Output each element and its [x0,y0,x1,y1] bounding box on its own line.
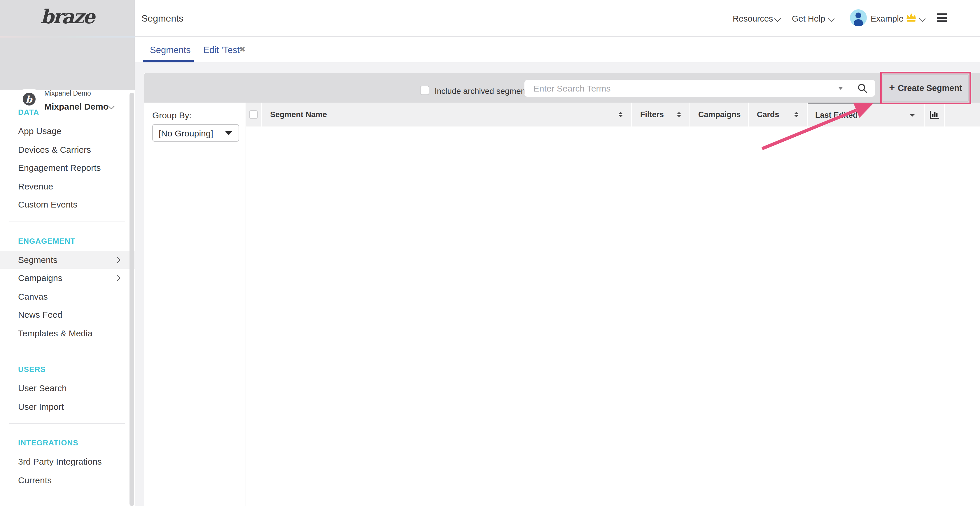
column-header-filters[interactable]: Filters [632,103,689,126]
include-archived-label: Include archived segments [434,86,532,95]
sidebar-section-integrations: INTEGRATIONS [18,438,134,447]
sidebar-item-label: Campaigns [18,273,62,283]
column-label: Segment Name [270,110,327,119]
crown-icon [905,12,917,22]
sort-icon[interactable] [676,112,681,117]
group-by-value: [No Grouping] [153,128,213,138]
table-header-row: Segment Name Filters Campaigns Cards Las… [246,103,980,126]
close-icon[interactable]: ✖ [239,45,246,54]
sidebar-scrollbar[interactable] [129,93,134,506]
column-label: Last Edited [815,111,858,120]
column-header-analytics[interactable] [924,103,944,126]
sidebar-divider [10,221,124,222]
sidebar: braze b Mixpanel Demo Mixpanel Demo DATA… [0,0,134,506]
active-tab-underline [143,60,193,62]
sidebar-item-news-feed[interactable]: News Feed [0,306,134,324]
caret-down-icon [225,131,232,135]
sidebar-divider [10,423,124,424]
sidebar-item-3rd-party-integrations[interactable]: 3rd Party Integrations [0,452,134,471]
sort-icon[interactable] [794,112,799,117]
tab-segments[interactable]: Segments [150,45,191,56]
annotation-rect [880,71,971,104]
search-box [524,80,875,97]
workspace-switcher[interactable]: b Mixpanel Demo Mixpanel Demo [0,38,134,90]
sidebar-section-data: DATA [18,108,134,117]
menu-icon[interactable] [937,13,947,24]
sidebar-item-segments[interactable]: Segments [0,251,134,269]
resources-menu[interactable]: Resources [733,14,773,23]
caret-down-icon[interactable] [910,114,915,117]
chevron-right-icon [114,275,120,281]
tab-bar [134,36,980,62]
get-help-menu[interactable]: Get Help [792,14,825,23]
sidebar-item-label: Segments [18,254,57,264]
sidebar-divider [10,350,124,351]
select-all-checkbox[interactable] [250,110,258,119]
content-gutter [134,62,144,506]
sidebar-item-currents[interactable]: Currents [0,471,134,489]
caret-down-icon[interactable] [838,87,843,90]
column-header-campaigns[interactable]: Campaigns [690,103,748,126]
logo-block: braze [0,0,134,36]
user-name[interactable]: Example [870,14,904,23]
tab-edit-test[interactable]: Edit 'Test' [203,45,242,56]
column-label: Filters [640,110,664,119]
group-by-label: Group By: [152,110,192,120]
sidebar-section-users: USERS [18,365,134,374]
column-label: Cards [757,110,780,119]
include-archived-checkbox[interactable] [420,86,430,95]
sidebar-item-revenue[interactable]: Revenue [0,177,134,195]
sidebar-section-engagement: ENGAGEMENT [18,236,134,245]
column-header-segment-name[interactable]: Segment Name [262,103,631,126]
sidebar-item-app-usage[interactable]: App Usage [0,122,134,140]
histogram-icon [929,110,939,119]
sidebar-nav: DATA App Usage Devices & Carriers Engage… [0,93,134,489]
search-icon[interactable] [858,83,867,93]
braze-dashboard: braze b Mixpanel Demo Mixpanel Demo DATA… [0,0,980,506]
page-title: Segments [142,13,183,24]
sidebar-item-custom-events[interactable]: Custom Events [0,195,134,214]
content-strip [134,62,980,73]
sidebar-item-user-import[interactable]: User Import [0,397,134,416]
sidebar-item-engagement-reports[interactable]: Engagement Reports [0,159,134,177]
sort-icon[interactable] [618,112,623,117]
chevron-right-icon [114,257,120,263]
avatar-icon[interactable] [850,10,867,26]
column-header-cards[interactable]: Cards [749,103,807,126]
group-by-dropdown[interactable]: [No Grouping] [152,124,239,142]
search-input[interactable] [524,80,875,97]
column-label: Campaigns [698,110,741,119]
braze-logo[interactable]: braze [0,5,134,28]
sidebar-item-campaigns[interactable]: Campaigns [0,269,134,287]
sidebar-item-user-search[interactable]: User Search [0,379,134,397]
column-header-empty [945,103,980,126]
column-header-last-edited[interactable]: Last Edited [808,103,924,126]
sidebar-item-devices-carriers[interactable]: Devices & Carriers [0,140,134,159]
sidebar-item-canvas[interactable]: Canvas [0,287,134,306]
sidebar-item-templates-media[interactable]: Templates & Media [0,324,134,342]
select-all-header-cell [246,103,261,126]
panel-divider [245,103,246,506]
